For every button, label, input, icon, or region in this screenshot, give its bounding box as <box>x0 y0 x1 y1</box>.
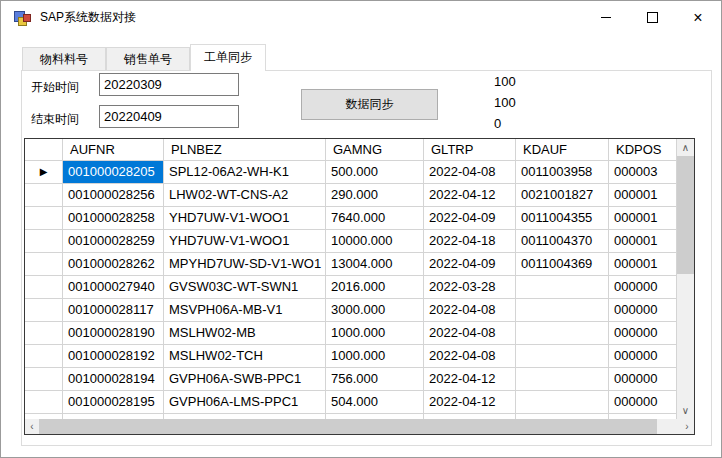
cell-plnbez[interactable]: LHW02-WT-CNS-A2 <box>164 184 326 207</box>
cell-kdauf[interactable] <box>516 322 609 345</box>
cell-kdpos[interactable]: 000001 <box>609 184 677 207</box>
column-header-gamng[interactable]: GAMNG <box>326 139 424 161</box>
cell-gltrp[interactable]: 2022-03-28 <box>424 276 516 299</box>
cell-kdpos[interactable]: 000001 <box>609 253 677 276</box>
cell-kdpos[interactable]: 000000 <box>609 276 677 299</box>
tab-material-number[interactable]: 物料料号 <box>22 47 106 70</box>
cell-aufnr[interactable]: 001000028259 <box>63 230 164 253</box>
column-header-kdpos[interactable]: KDPOS <box>609 139 677 161</box>
minimize-button[interactable] <box>583 2 629 33</box>
cell-gamng[interactable]: 756.000 <box>326 368 424 391</box>
cell-kdpos[interactable]: 000001 <box>609 230 677 253</box>
cell-plnbez[interactable]: MSLHW02-MB <box>164 322 326 345</box>
cell-aufnr[interactable]: 001000028256 <box>63 184 164 207</box>
close-button[interactable]: × <box>675 2 721 33</box>
cell-aufnr[interactable]: 001000028117 <box>63 299 164 322</box>
cell-gltrp[interactable]: 2022-04-12 <box>424 368 516 391</box>
cell-plnbez[interactable]: YHD7UW-V1-WOO1 <box>164 230 326 253</box>
row-header[interactable] <box>25 322 63 345</box>
cell-gamng[interactable]: 504.000 <box>326 391 424 414</box>
cell-kdpos[interactable]: 000000 <box>609 391 677 414</box>
scroll-left-button[interactable]: ‹ <box>25 419 39 434</box>
data-sync-button[interactable]: 数据同步 <box>301 89 438 120</box>
row-header[interactable]: ▶ <box>25 161 63 184</box>
cell-gamng[interactable]: 2016.000 <box>326 276 424 299</box>
end-time-input[interactable] <box>99 105 239 128</box>
cell-kdpos[interactable]: 000001 <box>609 207 677 230</box>
cell-plnbez[interactable]: MSLHW02-TCH <box>164 345 326 368</box>
cell-aufnr[interactable]: 001000028194 <box>63 368 164 391</box>
cell-gltrp[interactable]: 2022-04-08 <box>424 322 516 345</box>
tab-work-order-sync[interactable]: 工单同步 <box>190 44 266 71</box>
cell-kdauf[interactable] <box>516 299 609 322</box>
vertical-scrollbar[interactable]: ∧ ∨ <box>677 139 694 419</box>
scroll-up-button[interactable]: ∧ <box>677 139 694 156</box>
cell-aufnr[interactable]: 001000028258 <box>63 207 164 230</box>
cell-gltrp[interactable]: 2022-04-12 <box>424 391 516 414</box>
tab-sales-order[interactable]: 销售单号 <box>106 47 190 70</box>
cell-plnbez[interactable]: MSVPH06A-MB-V1 <box>164 299 326 322</box>
cell-aufnr[interactable]: 001000028205 <box>63 161 164 184</box>
row-header[interactable] <box>25 368 63 391</box>
cell-gltrp[interactable]: 2022-04-08 <box>424 299 516 322</box>
cell-gltrp[interactable]: 2022-04-09 <box>424 253 516 276</box>
cell-kdpos[interactable]: 000000 <box>609 368 677 391</box>
cell-kdpos[interactable]: 000000 <box>609 345 677 368</box>
row-header[interactable] <box>25 230 63 253</box>
cell-kdauf[interactable] <box>516 276 609 299</box>
cell-gamng[interactable]: 1000.000 <box>326 322 424 345</box>
cell-gamng[interactable]: 13004.000 <box>326 253 424 276</box>
maximize-button[interactable] <box>629 2 675 33</box>
cell-gamng[interactable]: 3000.000 <box>326 299 424 322</box>
cell-gamng[interactable]: 7640.000 <box>326 207 424 230</box>
cell-kdauf[interactable] <box>516 391 609 414</box>
start-time-input[interactable] <box>99 73 239 96</box>
cell-gamng[interactable]: 290.000 <box>326 184 424 207</box>
cell-plnbez[interactable]: SPL12-06A2-WH-K1 <box>164 161 326 184</box>
cell-plnbez[interactable]: GVPH06A-SWB-PPC1 <box>164 368 326 391</box>
cell-aufnr[interactable]: 001000028190 <box>63 322 164 345</box>
horizontal-scrollbar-thumb[interactable] <box>39 419 657 434</box>
cell-kdauf[interactable]: 0011004370 <box>516 230 609 253</box>
cell-aufnr[interactable]: 001000028195 <box>63 391 164 414</box>
scroll-right-button[interactable]: › <box>680 419 694 434</box>
cell-kdauf[interactable] <box>516 368 609 391</box>
grid-corner-cell[interactable] <box>25 139 63 161</box>
cell-gltrp[interactable]: 2022-04-08 <box>424 161 516 184</box>
cell-plnbez[interactable]: GVPH06A-LMS-PPC1 <box>164 391 326 414</box>
cell-plnbez[interactable]: YHD7UW-V1-WOO1 <box>164 207 326 230</box>
cell-kdauf[interactable]: 0011004369 <box>516 253 609 276</box>
cell-gamng[interactable]: 10000.000 <box>326 230 424 253</box>
cell-kdpos[interactable]: 000000 <box>609 322 677 345</box>
horizontal-scrollbar[interactable]: ‹ › <box>25 419 694 434</box>
cell-gltrp[interactable]: 2022-04-08 <box>424 345 516 368</box>
cell-gamng[interactable]: 500.000 <box>326 161 424 184</box>
cell-kdauf[interactable] <box>516 345 609 368</box>
column-header-aufnr[interactable]: AUFNR <box>63 139 164 161</box>
row-header[interactable] <box>25 207 63 230</box>
cell-kdauf[interactable]: 0011004355 <box>516 207 609 230</box>
cell-gltrp[interactable]: 2022-04-18 <box>424 230 516 253</box>
cell-aufnr[interactable]: 001000028192 <box>63 345 164 368</box>
cell-kdpos[interactable]: 000003 <box>609 161 677 184</box>
cell-gamng[interactable]: 1000.000 <box>326 345 424 368</box>
cell-gltrp[interactable]: 2022-04-12 <box>424 184 516 207</box>
cell-aufnr[interactable]: 001000028262 <box>63 253 164 276</box>
cell-plnbez[interactable]: GVSW03C-WT-SWN1 <box>164 276 326 299</box>
cell-kdpos[interactable]: 000000 <box>609 299 677 322</box>
row-header[interactable] <box>25 391 63 414</box>
cell-kdauf[interactable]: 0021001827 <box>516 184 609 207</box>
cell-kdauf[interactable]: 0011003958 <box>516 161 609 184</box>
column-header-kdauf[interactable]: KDAUF <box>516 139 609 161</box>
cell-plnbez[interactable]: MPYHD7UW-SD-V1-WO1 <box>164 253 326 276</box>
cell-aufnr[interactable]: 001000027940 <box>63 276 164 299</box>
row-header[interactable] <box>25 345 63 368</box>
column-header-plnbez[interactable]: PLNBEZ <box>164 139 326 161</box>
vertical-scrollbar-thumb[interactable] <box>677 156 694 274</box>
row-header[interactable] <box>25 253 63 276</box>
row-header[interactable] <box>25 299 63 322</box>
cell-gltrp[interactable]: 2022-04-09 <box>424 207 516 230</box>
row-header[interactable] <box>25 184 63 207</box>
scroll-down-button[interactable]: ∨ <box>677 402 694 419</box>
row-header[interactable] <box>25 276 63 299</box>
